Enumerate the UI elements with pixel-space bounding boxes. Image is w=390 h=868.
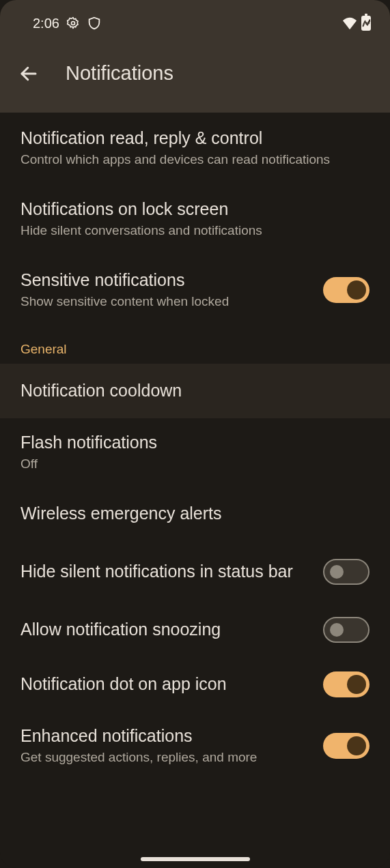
svg-point-0	[71, 22, 74, 25]
status-time: 2:06	[33, 16, 59, 31]
row-notification-cooldown[interactable]: Notification cooldown	[0, 364, 390, 418]
toggle-notification-dot[interactable]	[323, 671, 370, 697]
nav-handle[interactable]	[141, 857, 250, 861]
battery-charging-icon: 🗲	[361, 16, 371, 31]
gear-icon	[66, 16, 80, 30]
toggle-sensitive-notifications[interactable]	[323, 277, 370, 303]
setting-title: Notification dot on app icon	[20, 674, 312, 695]
setting-title: Enhanced notifications	[20, 725, 312, 747]
toggle-allow-snoozing[interactable]	[323, 617, 370, 643]
setting-title: Flash notifications	[20, 432, 370, 453]
toggle-hide-silent-status-bar[interactable]	[323, 559, 370, 585]
setting-title: Wireless emergency alerts	[20, 503, 370, 524]
setting-subtitle: Off	[20, 456, 370, 473]
row-notification-read-reply[interactable]: Notification read, reply & control Contr…	[0, 113, 390, 184]
settings-list: Notification read, reply & control Contr…	[0, 113, 390, 868]
setting-subtitle: Get suggested actions, replies, and more	[20, 749, 312, 766]
setting-subtitle: Show sensitive content when locked	[20, 293, 312, 310]
toggle-enhanced-notifications[interactable]	[323, 733, 370, 759]
setting-title: Sensitive notifications	[20, 270, 312, 291]
app-bar: Notifications	[0, 46, 390, 113]
row-wireless-emergency-alerts[interactable]: Wireless emergency alerts	[0, 487, 390, 541]
setting-title: Notifications on lock screen	[20, 199, 370, 220]
setting-title: Notification read, reply & control	[20, 128, 370, 149]
shield-icon	[87, 16, 102, 31]
status-bar: 2:06 🗲	[0, 0, 390, 46]
row-flash-notifications[interactable]: Flash notifications Off	[0, 418, 390, 487]
setting-subtitle: Hide silent conversations and notificati…	[20, 222, 370, 240]
setting-title: Allow notification snoozing	[20, 619, 312, 640]
setting-title: Notification cooldown	[20, 380, 370, 401]
back-button[interactable]	[14, 59, 44, 89]
row-hide-silent-status-bar[interactable]: Hide silent notifications in status bar	[0, 541, 390, 603]
wifi-icon	[342, 16, 357, 30]
setting-subtitle: Control which apps and devices can read …	[20, 151, 370, 169]
section-header-general: General	[0, 326, 390, 364]
row-allow-snoozing[interactable]: Allow notification snoozing	[0, 603, 390, 657]
row-lock-screen-notifications[interactable]: Notifications on lock screen Hide silent…	[0, 184, 390, 255]
row-enhanced-notifications[interactable]: Enhanced notifications Get suggested act…	[0, 712, 390, 780]
arrow-left-icon	[18, 63, 39, 84]
row-notification-dot[interactable]: Notification dot on app icon	[0, 657, 390, 712]
setting-title: Hide silent notifications in status bar	[20, 561, 312, 582]
row-sensitive-notifications[interactable]: Sensitive notifications Show sensitive c…	[0, 255, 390, 326]
page-title: Notifications	[66, 62, 173, 85]
